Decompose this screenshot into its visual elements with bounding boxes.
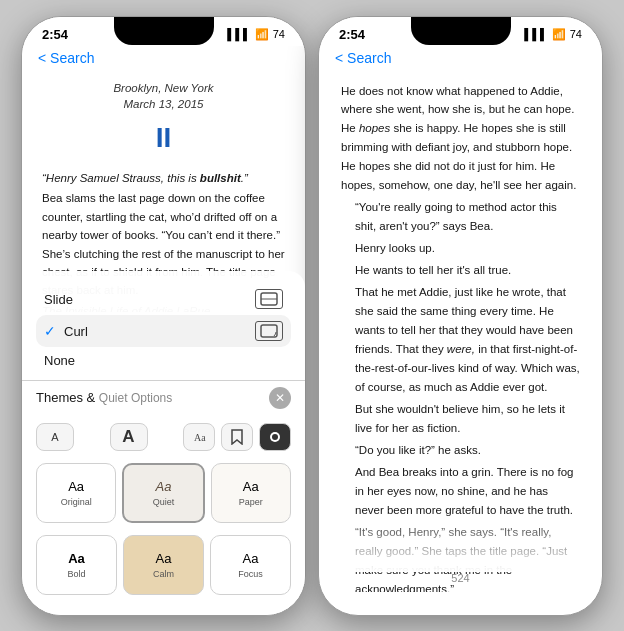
original-label: Original: [61, 497, 92, 507]
phones-container: 2:54 ▌▌▌ 📶 74 < Search Brooklyn, New Yor…: [21, 16, 603, 616]
check-icon: ✓: [44, 323, 56, 339]
themes-header: Themes & Quiet Options ✕: [36, 387, 291, 409]
quiet-sample: Aa: [156, 479, 172, 494]
close-button[interactable]: ✕: [269, 387, 291, 409]
none-label: None: [44, 353, 283, 368]
curl-icon: [255, 321, 283, 341]
nav-bar-right: < Search: [319, 46, 602, 72]
bold-sample: Aa: [68, 551, 85, 566]
notch: [114, 17, 214, 45]
status-icons-left: ▌▌▌ 📶 74: [227, 28, 285, 41]
theme-bold[interactable]: Aa Bold: [36, 535, 117, 595]
focus-label: Focus: [238, 569, 263, 579]
theme-cards-row-1: Aa Original Aa Quiet Aa Paper: [22, 459, 305, 527]
original-sample: Aa: [68, 479, 84, 494]
svg-point-5: [272, 434, 278, 440]
brightness-button[interactable]: [259, 423, 291, 451]
scroll-option-none[interactable]: None: [36, 347, 291, 374]
svg-text:Aa: Aa: [194, 432, 206, 443]
theme-calm[interactable]: Aa Calm: [123, 535, 204, 595]
overlay-panel: Slide ✓ Curl None: [22, 271, 305, 615]
notch-right: [411, 17, 511, 45]
slide-icon: [255, 289, 283, 309]
themes-section: Themes & Quiet Options ✕: [22, 381, 305, 419]
font-decrease-button[interactable]: A: [36, 423, 74, 451]
theme-paper[interactable]: Aa Paper: [211, 463, 291, 523]
page-number: 524: [319, 572, 602, 584]
book-location: Brooklyn, New YorkMarch 13, 2015: [42, 80, 285, 112]
back-button-left[interactable]: < Search: [38, 50, 289, 66]
battery-left: 74: [273, 28, 285, 40]
paper-label: Paper: [239, 497, 263, 507]
wifi-icon-left: 📶: [255, 28, 269, 41]
status-icons-right: ▌▌▌ 📶 74: [524, 28, 582, 41]
bold-label: Bold: [67, 569, 85, 579]
font-icons: Aa: [183, 423, 291, 451]
font-style-button[interactable]: Aa: [183, 423, 215, 451]
slide-label: Slide: [44, 292, 247, 307]
theme-cards-row-2: Aa Bold Aa Calm Aa Focus: [22, 531, 305, 599]
signal-icon-left: ▌▌▌: [227, 28, 250, 40]
wifi-icon-right: 📶: [552, 28, 566, 41]
scroll-option-slide[interactable]: Slide: [36, 283, 291, 315]
battery-right: 74: [570, 28, 582, 40]
quiet-label: Quiet: [153, 497, 175, 507]
time-left: 2:54: [42, 27, 68, 42]
bookmark-button[interactable]: [221, 423, 253, 451]
font-controls: A A Aa: [22, 419, 305, 455]
theme-focus[interactable]: Aa Focus: [210, 535, 291, 595]
focus-sample: Aa: [243, 551, 259, 566]
theme-original[interactable]: Aa Original: [36, 463, 116, 523]
paper-sample: Aa: [243, 479, 259, 494]
calm-sample: Aa: [156, 551, 172, 566]
time-right: 2:54: [339, 27, 365, 42]
signal-icon-right: ▌▌▌: [524, 28, 547, 40]
back-button-right[interactable]: < Search: [335, 50, 586, 66]
scroll-option-curl[interactable]: ✓ Curl: [36, 315, 291, 347]
themes-title: Themes & Quiet Options: [36, 390, 172, 405]
theme-quiet[interactable]: Aa Quiet: [122, 463, 204, 523]
curl-label: Curl: [64, 324, 247, 339]
nav-bar-left: < Search: [22, 46, 305, 72]
right-phone: 2:54 ▌▌▌ 📶 74 < Search He does not know …: [318, 16, 603, 616]
scroll-options: Slide ✓ Curl None: [22, 279, 305, 380]
calm-label: Calm: [153, 569, 174, 579]
font-increase-button[interactable]: A: [110, 423, 148, 451]
left-phone: 2:54 ▌▌▌ 📶 74 < Search Brooklyn, New Yor…: [21, 16, 306, 616]
chapter-num: II: [42, 116, 285, 159]
book-title-section: Brooklyn, New YorkMarch 13, 2015 II: [42, 80, 285, 160]
fade-gradient: [319, 512, 602, 572]
